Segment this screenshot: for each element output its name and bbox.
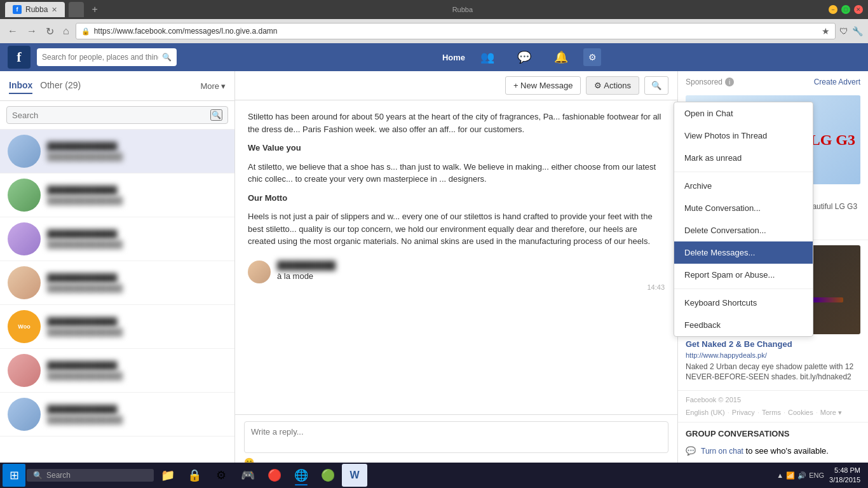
menu-item-feedback[interactable]: Feedback — [674, 314, 813, 336]
forward-btn[interactable]: → — [24, 24, 39, 38]
taskbar-green-app[interactable]: 🟢 — [315, 464, 341, 487]
menu-item-delete-conversation[interactable]: Delete Conversation... — [674, 219, 813, 241]
taskbar-right: ▲ 📶 🔊 ENG 5:48 PM 3/18/2015 — [776, 466, 865, 485]
sponsored-header: Sponsored i Create Advert — [678, 71, 868, 90]
address-bar[interactable]: 🔒 ★ — [76, 23, 836, 39]
lock-icon: 🔒 — [81, 27, 90, 36]
sponsored-text: Sponsored — [686, 78, 722, 86]
shield-icon[interactable]: 🛡 — [839, 26, 848, 36]
msg-para-4: Heels is not just a pair of slippers and… — [248, 210, 665, 248]
message-search-btn[interactable]: 🔍 — [644, 76, 668, 95]
taskbar-clock[interactable]: 5:48 PM 3/18/2015 — [829, 466, 860, 485]
fb-search-submit[interactable]: 🔍 — [162, 53, 172, 62]
conv-info: ████████████ ██████████████ — [47, 229, 227, 249]
home-nav-btn[interactable]: Home — [442, 53, 465, 62]
received-message: ██████████ à la mode 14:43 — [248, 261, 665, 291]
list-item[interactable]: ████████████ ██████████████ — [0, 349, 234, 393]
search-input-wrapper[interactable]: 🔍 — [6, 106, 228, 124]
messages-icon[interactable]: 💬 — [510, 48, 539, 67]
list-item[interactable]: ████████████ ██████████████ — [0, 130, 234, 173]
extension-icon[interactable]: 🔧 — [852, 26, 863, 36]
conv-name: ████████████ — [47, 405, 227, 414]
fb-search-bar[interactable]: 🔍 — [37, 48, 177, 66]
taskbar-time-display: 5:48 PM — [829, 466, 860, 475]
menu-item-mute[interactable]: Mute Conversation... — [674, 197, 813, 219]
minimize-btn[interactable]: − — [829, 5, 837, 14]
bookmark-icon[interactable]: ★ — [822, 26, 830, 36]
more-btn[interactable]: More ▾ — [200, 81, 226, 91]
menu-item-view-photos[interactable]: View Photos in Thread — [674, 125, 813, 147]
up-arrow-icon[interactable]: ▲ — [776, 471, 783, 479]
conversation-search-btn[interactable]: 🔍 — [210, 109, 222, 121]
reply-input[interactable] — [244, 421, 668, 453]
inbox-tab[interactable]: Inbox — [9, 78, 32, 94]
taskbar-word[interactable]: W — [342, 464, 367, 487]
list-item[interactable]: ████████████ ██████████████ — [0, 393, 234, 437]
taskbar-red-app[interactable]: 🔴 — [262, 464, 287, 487]
tab-title: Rubba — [25, 5, 48, 14]
menu-item-archive[interactable]: Archive — [674, 175, 813, 197]
link-cookies[interactable]: Cookies — [788, 409, 813, 417]
sidebar-header: Inbox Other (29) More ▾ — [0, 71, 234, 101]
ad2-url: http://www.happydeals.pk/ — [686, 351, 860, 359]
add-tab-btn[interactable]: + — [88, 4, 101, 15]
taskbar-chrome[interactable]: 🌐 — [288, 464, 314, 487]
address-input[interactable] — [94, 27, 818, 36]
taskbar-lock[interactable]: 🔒 — [182, 464, 207, 487]
taskbar-game[interactable]: 🎮 — [235, 464, 261, 487]
start-button[interactable]: ⊞ — [3, 464, 25, 487]
other-tab[interactable]: Other (29) — [40, 78, 81, 94]
list-item[interactable]: ████████████ ██████████████ — [0, 173, 234, 217]
settings-icon[interactable]: ⚙ — [583, 48, 601, 66]
network-icon[interactable]: 📶 — [786, 471, 795, 480]
volume-icon[interactable]: 🔊 — [797, 471, 806, 480]
create-advert-link[interactable]: Create Advert — [814, 78, 860, 86]
friends-icon[interactable]: 👥 — [473, 48, 502, 67]
list-item[interactable]: ████████████ ██████████████ — [0, 217, 234, 261]
menu-item-mark-unread[interactable]: Mark as unread — [674, 147, 813, 169]
menu-item-delete-messages[interactable]: Delete Messages... — [674, 241, 813, 264]
close-btn[interactable]: ✕ — [854, 5, 863, 14]
avatar — [8, 354, 41, 387]
conv-preview: ██████████████ — [47, 240, 227, 249]
link-english[interactable]: English (UK) — [686, 409, 725, 417]
tab-close-btn[interactable]: ✕ — [51, 6, 57, 14]
link-privacy[interactable]: Privacy — [732, 409, 755, 417]
msg-para-2: We Value you — [248, 142, 665, 154]
taskbar-search[interactable]: 🔍 — [27, 469, 154, 482]
back-btn[interactable]: ← — [5, 24, 20, 38]
sender-avatar — [248, 261, 271, 283]
main-container: Inbox Other (29) More ▾ 🔍 ████████████ █… — [0, 71, 868, 488]
actions-btn[interactable]: ⚙ Actions — [586, 76, 639, 95]
notifications-icon[interactable]: 🔔 — [546, 48, 576, 67]
menu-item-report-spam[interactable]: Report Spam or Abuse... — [674, 264, 813, 286]
reload-btn[interactable]: ↻ — [43, 24, 57, 39]
new-tab[interactable] — [69, 2, 84, 17]
turn-on-chat-link[interactable]: Turn on chat — [701, 447, 743, 456]
conv-info: ████████████ ██████████████ — [47, 317, 227, 337]
conversation-search-input[interactable] — [12, 111, 210, 120]
fb-search-input[interactable] — [42, 53, 158, 62]
window-user: Rubba — [452, 6, 473, 13]
menu-item-keyboard-shortcuts[interactable]: Keyboard Shortcuts — [674, 292, 813, 314]
maximize-btn[interactable]: □ — [841, 5, 850, 14]
active-tab[interactable]: f Rubba ✕ — [5, 2, 65, 17]
taskbar-settings[interactable]: ⚙ — [208, 464, 234, 487]
home-btn[interactable]: ⌂ — [60, 24, 72, 38]
conv-preview: ██████████████ — [47, 196, 227, 205]
menu-item-open-in-chat[interactable]: Open in Chat — [674, 102, 813, 125]
message-main: + New Message ⚙ Actions 🔍 Stiletto has b… — [235, 71, 677, 488]
received-text: à la mode — [277, 271, 665, 281]
list-item[interactable]: ████████████ ██████████████ — [0, 261, 234, 305]
info-icon: i — [725, 78, 734, 86]
new-message-btn[interactable]: + New Message — [505, 76, 581, 95]
link-terms[interactable]: Terms — [762, 409, 781, 417]
language-indicator[interactable]: ENG — [809, 471, 824, 479]
ad2-title[interactable]: Get Naked 2 & Be Changed — [686, 339, 860, 349]
list-item[interactable]: Woo ████████████ ██████████████ — [0, 305, 234, 349]
conversation-list: ████████████ ██████████████ ████████████… — [0, 130, 234, 488]
taskbar-search-input[interactable] — [46, 471, 147, 480]
link-more[interactable]: More ▾ — [820, 409, 842, 417]
sidebar-search: 🔍 — [0, 101, 234, 130]
taskbar-file-explorer[interactable]: 📁 — [155, 464, 180, 487]
